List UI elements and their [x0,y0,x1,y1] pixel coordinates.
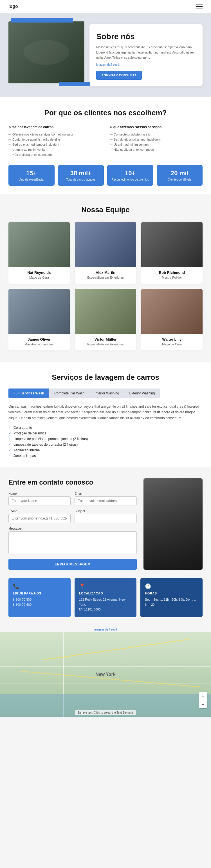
form-row-2: Phone Subject [8,509,137,523]
contact-form-wrapper: Entre em contato conosco Name Email Phon… [8,478,137,570]
subject-label: Subject [75,509,137,513]
team-card-3: James Oliver Maestro de interiores [8,289,70,350]
hero-image [8,22,84,83]
team-role-5: Mago de Cera [141,343,203,346]
contact-section: Entre em contato conosco Name Email Phon… [0,467,211,578]
team-name-4: Victor Müller [75,337,136,341]
stat-box-3: 20 mil Clientes confiáveis [157,165,203,186]
service-item-5: ✓Janelas limpas [8,453,203,459]
info-box-location-title: LOCALIZAÇÃO [79,592,132,595]
why-col1-title: A melhor lavagem de carros [8,125,101,129]
why-title: Por que os clientes nos escolhem? [8,108,203,117]
map-footer-text: Sample text. Click to select the Text El… [75,710,136,715]
list-item: —Sed do eiusmod tempor incididunt [110,137,203,142]
email-label: Email [75,492,137,495]
contact-image [143,478,203,570]
message-input[interactable] [8,531,137,554]
list-item: —Conjunto de administração de elite [8,137,101,142]
list-item: —Oferecemos vários serviços com ótimo va… [8,132,101,137]
subject-field-group: Subject [75,509,137,523]
map-city-label: New York [95,672,115,677]
team-name-0: Nat Reynolds [8,271,70,275]
team-role-0: Mago de Cera [8,276,70,279]
team-name-3: James Oliver [8,337,70,341]
message-field-group: Message [8,527,137,554]
header: logo [0,0,211,13]
tab-interior-washing[interactable]: Interior Washing [90,389,125,398]
stat-number-1: 38 mil+ [61,169,101,177]
team-role-2: Mestre Polidor [141,276,203,279]
team-title: Nossa Equipe [8,206,203,214]
stat-label-0: Ano de experiência [11,178,52,181]
team-card-0: Nat Reynolds Mago de Cera [8,222,70,284]
team-role-3: Maestro de interiores [8,343,70,346]
team-role-1: Especialista em Exteriores [75,276,136,279]
map-section: New York + − Sample text. Click to selec… [0,632,211,717]
phone-icon: 📞 [13,583,66,589]
hero-description: Massa ultrices mi quis hendrerit. Ac ut … [96,44,196,60]
contact-title: Entre em contato conosco [8,478,137,486]
info-box-location-line1: 121 Rock Street, 21 Avenue, New York, [79,597,132,607]
stat-number-0: 15+ [11,169,52,177]
map-zoom-controls[interactable]: + − [199,692,207,708]
why-col-1: A melhor lavagem de carros —Oferecemos v… [8,125,101,157]
stat-box-2: 10+ Reconhecimentos de prêmios [107,165,153,186]
hero-blue-accent-bottom [59,82,90,86]
team-photo-3 [8,289,70,334]
name-input[interactable] [8,496,71,505]
team-name-2: Bob Richmond [141,271,203,275]
service-item-3: ✓Limpeza de tapetes de borracha (2 filei… [8,442,203,447]
why-col2-title: O que fazemos Nossos serviços [110,125,203,129]
why-section: Por que os clientes nos escolhem? A melh… [0,97,211,194]
stat-label-2: Reconhecimentos de prêmios [110,178,150,181]
list-item: —Não é aliqua ut ex commodo [8,152,101,157]
hamburger-line-2 [197,6,203,7]
stat-label-3: Clientes confiáveis [160,178,200,181]
phone-field-group: Phone [8,509,71,523]
tab-full-services-wash[interactable]: Full Services Wash [8,389,49,398]
info-box-phone-title: LIGUE PARA NÓS [13,592,66,595]
info-box-hours-title: HORAS [145,592,198,595]
subject-input[interactable] [75,514,137,523]
stat-box-0: 15+ Ano de experiência [8,165,55,186]
stat-number-3: 20 mil [160,169,200,177]
name-field-group: Name [8,492,71,505]
contact-submit-button[interactable]: ENVIAR MENSAGEM [8,559,137,570]
phone-input[interactable] [8,514,71,523]
info-box-hours-line2: 6h - 20h [145,602,198,608]
list-item: —Sed do eiusmod tempor incididunt [8,142,101,147]
service-item-2: ✓Limpeza de painéis de portas e janelas … [8,436,203,442]
email-input[interactable] [75,496,137,505]
info-box-phone-line2: 8-800-70-600 [13,602,66,608]
hero-image-wrapper [8,22,84,83]
list-item: —Consectetur adipiscing elit [110,132,203,137]
team-photo-4 [75,289,136,334]
contact-image-placeholder [143,478,203,570]
team-photo-1 [75,222,136,267]
team-section: Nossa Equipe Nat Reynolds Mago de Cera A… [0,194,211,362]
email-field-group: Email [75,492,137,505]
why-col-2: O que fazemos Nossos serviços —Consectet… [110,125,203,157]
team-card-1: Alex Martin Especialista em Exteriores [75,222,136,284]
services-tabs: Full Services Wash Complete Car Wash Int… [8,389,160,398]
hero-section: Sobre nós Massa ultrices mi quis hendrer… [0,13,211,97]
hamburger-line-3 [197,8,203,8]
team-card-4: Victor Müller Especialista em Exteriores [75,289,136,350]
tab-complete-car-wash[interactable]: Complete Car Wash [49,389,90,398]
tab-exterior-washing[interactable]: Exterior Washing [124,389,160,398]
why-col2-list: —Consectetur adipiscing elit —Sed do eiu… [110,132,203,152]
clock-icon: 🕐 [145,583,198,589]
hero-title: Sobre nós [96,32,196,41]
hamburger-menu[interactable] [197,4,203,8]
service-item-1: ✓Proteção de cerâmica [8,431,203,436]
info-boxes-wrapper: 📞 LIGUE PARA NÓS 8-800-70-500 8-800-70-6… [0,578,211,626]
service-item-4: ✓Aspiração interna [8,447,203,453]
services-list: ✓Cera quente ✓Proteção de cerâmica ✓Limp… [8,425,203,459]
team-card-5: Walter Lilly Mago de Cera [141,289,203,350]
name-label: Name [8,492,71,495]
hero-cta-button[interactable]: AGENDAR CONSULTA [96,71,142,80]
why-columns: A melhor lavagem de carros —Oferecemos v… [8,125,203,157]
map-background: New York + − [0,632,211,717]
why-col1-list: —Oferecemos vários serviços com ótimo va… [8,132,101,157]
team-photo-5 [141,289,203,334]
